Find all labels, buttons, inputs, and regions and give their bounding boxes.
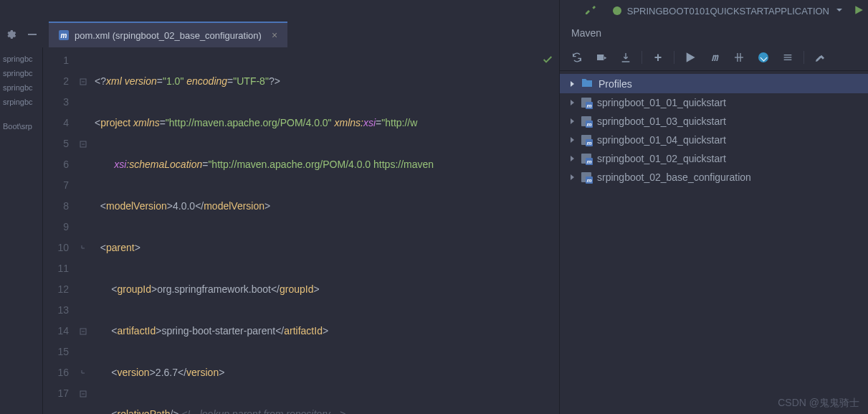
tab-label: pom.xml (srpingboot_02_base_configuratio… [75, 30, 262, 41]
fold-icon[interactable] [76, 383, 90, 404]
maven-module-icon: m [581, 172, 591, 182]
svg-marker-10 [604, 57, 606, 60]
tree-label: springboot_01_04_quickstart [597, 134, 726, 146]
tab-pom-xml[interactable]: m pom.xml (srpingboot_02_base_configurat… [49, 22, 287, 47]
chevron-down-icon [835, 6, 844, 17]
maven-module-icon: m [581, 98, 591, 108]
fold-gutter [76, 47, 90, 414]
fold-icon[interactable] [76, 321, 90, 342]
chevron-right-icon [568, 116, 576, 127]
tree-label: Profiles [598, 78, 632, 90]
tree-label: srpingboot_01_02_quickstart [597, 153, 726, 164]
tree-module[interactable]: m srpingboot_01_02_quickstart [560, 149, 868, 168]
sidebar-item[interactable]: springbc [0, 80, 42, 95]
chevron-right-icon [568, 171, 576, 183]
tree-module[interactable]: m springboot_01_04_quickstart [560, 131, 868, 149]
svg-rect-9 [597, 55, 604, 60]
sidebar-item[interactable]: springbc [0, 66, 42, 80]
chevron-right-icon [568, 153, 576, 164]
nav-sidebar: springbc springbc springbc srpingbc Boot… [0, 47, 43, 414]
tree-profiles[interactable]: Profiles [560, 74, 868, 93]
chevron-right-icon [568, 97, 576, 108]
tree-label: springboot_01_03_quickstart [597, 116, 726, 127]
gear-icon[interactable] [0, 22, 22, 47]
close-icon[interactable]: × [272, 29, 277, 41]
run-icon[interactable] [854, 5, 864, 17]
editor-tabs: m pom.xml (srpingboot_02_base_configurat… [0, 22, 559, 47]
sidebar-item[interactable]: Boot\srp [0, 119, 42, 133]
code-area[interactable]: <?xml version="1.0" encoding="UTF-8"?> <… [90, 47, 559, 414]
run-config-label: SPRINGBOOT0101QUICKSTARTAPPLICATION [627, 6, 829, 17]
sidebar-item[interactable]: springbc [0, 52, 42, 66]
fold-icon[interactable] [76, 71, 90, 92]
maven-tree: Profiles m springboot_01_01_quickstart m… [560, 71, 868, 189]
tree-label: springboot_01_01_quickstart [597, 97, 726, 108]
tree-label: srpingboot_02_base_configuration [597, 171, 751, 183]
collapse-icon[interactable] [22, 22, 43, 47]
folder-icon [581, 77, 593, 90]
maven-module-icon: m [581, 116, 591, 126]
chevron-right-icon [568, 134, 576, 146]
reload-icon[interactable] [568, 49, 586, 66]
execute-maven-goal-icon[interactable]: m [706, 49, 723, 66]
maven-panel: Maven + m Profiles m springboot_01_01_qu… [559, 0, 868, 414]
generate-sources-icon[interactable] [593, 49, 610, 66]
fold-end-icon[interactable] [76, 362, 90, 383]
watermark: CSDN @鬼鬼骑士 [778, 397, 859, 410]
no-problems-icon[interactable] [542, 52, 553, 72]
skip-tests-icon[interactable] [755, 49, 772, 66]
run-toolbar: SPRINGBOOT0101QUICKSTARTAPPLICATION [0, 0, 868, 22]
build-icon[interactable] [586, 4, 597, 18]
toggle-offline-icon[interactable] [730, 49, 748, 66]
maven-module-icon: m [581, 154, 591, 164]
maven-toolbar: + m [560, 44, 868, 71]
tree-module[interactable]: m srpingboot_02_base_configuration [560, 168, 868, 187]
add-icon[interactable]: + [649, 49, 667, 66]
sidebar-item[interactable]: srpingbc [0, 95, 42, 109]
fold-end-icon[interactable] [76, 237, 90, 258]
fold-icon[interactable] [76, 133, 90, 154]
tree-module[interactable]: m springboot_01_01_quickstart [560, 93, 868, 112]
maven-title: Maven [560, 20, 868, 44]
tree-module[interactable]: m springboot_01_03_quickstart [560, 112, 868, 131]
download-sources-icon[interactable] [617, 49, 634, 66]
run-config-dot-icon [613, 6, 621, 15]
maven-file-icon: m [59, 30, 69, 40]
run-icon[interactable] [682, 49, 699, 66]
code-editor[interactable]: 1234567891011121314151617 <?xml version=… [43, 47, 559, 414]
settings-icon[interactable] [811, 49, 829, 66]
line-gutter: 1234567891011121314151617 [43, 47, 76, 414]
run-config-selector[interactable]: SPRINGBOOT0101QUICKSTARTAPPLICATION [607, 6, 849, 17]
show-dependencies-icon[interactable] [779, 49, 796, 66]
maven-module-icon: m [581, 135, 591, 145]
chevron-right-icon [568, 78, 576, 90]
